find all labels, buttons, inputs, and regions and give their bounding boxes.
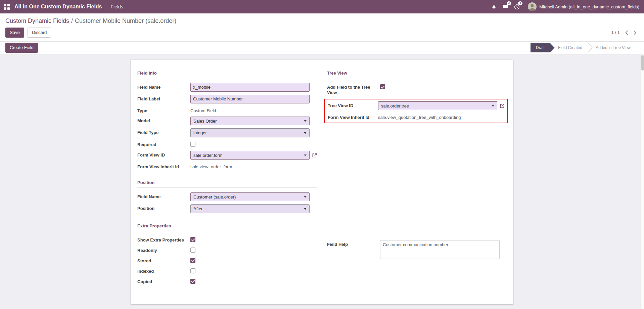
activities-badge: 1 [518, 1, 522, 5]
right-column: Tree View Add Field to the Tree View Tre… [327, 71, 508, 296]
apps-menu-icon[interactable] [4, 4, 10, 10]
chevron-down-icon [304, 132, 307, 134]
field-type-row: Field Type integer [137, 128, 317, 137]
stored-row: Stored [137, 257, 317, 264]
external-link-icon[interactable] [312, 153, 317, 158]
tree-view-id-row: Tree View ID sale.order.tree [328, 101, 505, 110]
field-name-label: Field Name [137, 83, 190, 90]
position-select[interactable]: After [190, 204, 310, 213]
field-help-input[interactable]: Customer communication number [380, 240, 500, 259]
breadcrumb-current: Customer Mobile Number (sale.order) [75, 17, 176, 24]
status-pipeline: Draft Field Created Added in Tree View [531, 43, 636, 52]
messages-badge: 4 [507, 1, 511, 5]
form-view-inherit-id-value: sale.view_order_form [190, 163, 232, 169]
stored-checkbox[interactable] [190, 258, 195, 263]
control-panel: Custom Dynamic Fields/Customer Mobile Nu… [0, 13, 644, 42]
copied-checkbox[interactable] [190, 279, 195, 284]
chevron-down-icon [304, 208, 307, 210]
field-info-section: Field Info Field Name Field Label Type C… [137, 71, 317, 170]
breadcrumb-separator: / [71, 17, 73, 24]
save-button[interactable]: Save [5, 28, 24, 38]
add-field-to-tree-label: Add Field to the Tree View [327, 83, 380, 96]
highlight-red-box: Tree View ID sale.order.tree Form View I… [324, 99, 508, 123]
tree-view-id-value: sale.order.tree [381, 103, 409, 108]
user-menu[interactable]: Mitchell Admin (all_in_one_dynamic_custo… [528, 2, 639, 11]
left-column: Field Info Field Name Field Label Type C… [137, 71, 317, 296]
statusbar: Create Field Draft Field Created Added i… [0, 42, 644, 54]
model-dropdown[interactable]: Sales Order [190, 117, 310, 125]
readonly-row: Readonly [137, 246, 317, 254]
user-name: Mitchell Admin (all_in_one_dynamic_custo… [539, 4, 639, 9]
model-row: Model Sales Order [137, 117, 317, 125]
form-view-id-dropdown[interactable]: sale.order.form [190, 151, 310, 160]
position-row: Position After [137, 204, 317, 213]
field-name-input[interactable] [190, 83, 310, 92]
avatar [528, 2, 537, 11]
section-title-field-info: Field Info [137, 71, 317, 78]
copied-row: Copied [137, 277, 317, 285]
pager-value: 1 / 1 [611, 30, 620, 35]
discard-button[interactable]: Discard [28, 28, 51, 38]
pager-previous-icon[interactable] [625, 30, 628, 35]
tree-view-id-dropdown[interactable]: sale.order.tree [378, 101, 497, 110]
form-buttons: Save Discard [5, 28, 51, 38]
add-field-to-tree-row: Add Field to the Tree View [327, 83, 508, 96]
position-field-name-value: Customer (sale.order) [193, 194, 236, 200]
breadcrumb-parent-link[interactable]: Custom Dynamic Fields [5, 17, 69, 24]
menu-fields[interactable]: Fields [111, 4, 123, 9]
tree-form-view-inherit-id-value: sale.view_quotation_tree_with_onboarding [378, 113, 461, 120]
top-navbar: All in One Custom Dynamic Fields Fields … [0, 0, 644, 13]
indexed-checkbox[interactable] [190, 268, 195, 273]
content-area: Field Info Field Name Field Label Type C… [0, 54, 644, 309]
external-link-icon[interactable] [500, 103, 505, 108]
activities-clock-icon[interactable]: 1 [511, 0, 522, 13]
messages-icon[interactable]: 4 [500, 0, 511, 13]
section-title-extra-properties: Extra Properties [137, 223, 317, 231]
position-field-name-dropdown[interactable]: Customer (sale.order) [190, 192, 310, 201]
field-label-input[interactable] [190, 95, 310, 103]
readonly-label: Readonly [137, 246, 190, 254]
type-label: Type [137, 106, 190, 114]
breadcrumb: Custom Dynamic Fields/Customer Mobile Nu… [5, 17, 639, 25]
chevron-down-icon [492, 105, 494, 107]
tree-view-id-label: Tree View ID [328, 101, 378, 109]
tree-form-view-inherit-id-row: Form View Inherit Id sale.view_quotation… [328, 113, 505, 121]
required-row: Required [137, 140, 317, 148]
copied-label: Copied [137, 277, 190, 285]
add-field-to-tree-checkbox[interactable] [380, 84, 385, 89]
show-extra-properties-checkbox[interactable] [190, 237, 195, 242]
readonly-checkbox[interactable] [190, 248, 195, 253]
app-title[interactable]: All in One Custom Dynamic Fields [14, 4, 102, 10]
chevron-down-icon [304, 196, 307, 198]
required-label: Required [137, 140, 190, 148]
type-value: Custom Field [190, 106, 216, 113]
required-checkbox[interactable] [190, 142, 195, 147]
chevron-down-icon [304, 154, 307, 156]
pager: 1 / 1 [611, 30, 637, 35]
status-step-added-in-tree-view[interactable]: Added in Tree View [588, 43, 636, 52]
form-sheet: Field Info Field Name Field Label Type C… [131, 60, 513, 304]
pager-next-icon[interactable] [634, 30, 637, 35]
stored-label: Stored [137, 257, 190, 264]
tree-form-view-inherit-id-label: Form View Inherit Id [328, 113, 378, 121]
show-extra-properties-label: Show Extra Properties [137, 236, 190, 243]
scrollbar-thumb[interactable] [641, 55, 644, 71]
vertical-scrollbar[interactable] [640, 54, 644, 309]
position-value: After [193, 206, 202, 211]
tree-view-section: Tree View Add Field to the Tree View Tre… [327, 71, 508, 124]
position-label: Position [137, 204, 190, 212]
type-row: Type Custom Field [137, 106, 317, 114]
debug-bug-icon[interactable] [488, 0, 500, 13]
status-step-field-created[interactable]: Field Created [550, 43, 588, 52]
field-type-label: Field Type [137, 128, 190, 136]
model-label: Model [137, 117, 190, 124]
position-field-name-label: Field Name [137, 192, 190, 200]
status-step-draft[interactable]: Draft [531, 43, 550, 52]
field-help-label: Field Help [327, 240, 380, 248]
form-view-id-value: sale.order.form [193, 153, 223, 158]
indexed-row: Indexed [137, 267, 317, 274]
field-type-select[interactable]: integer [190, 128, 310, 137]
create-field-button[interactable]: Create Field [5, 43, 38, 53]
form-view-id-label: Form View ID [137, 151, 190, 158]
indexed-label: Indexed [137, 267, 190, 274]
